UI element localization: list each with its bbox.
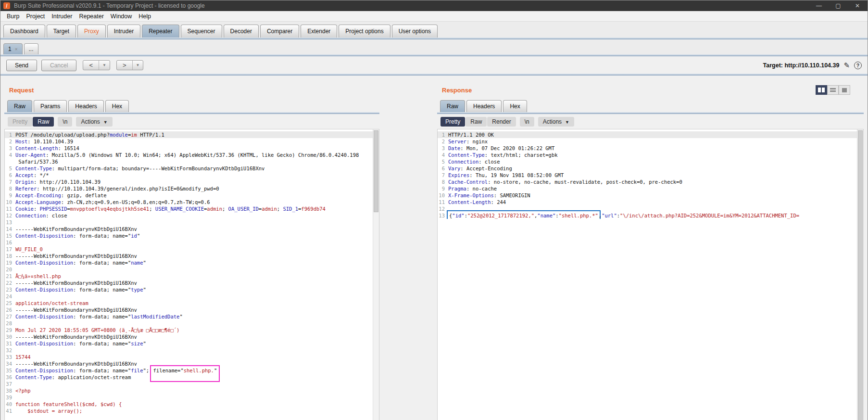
help-question-icon[interactable]: ? [854, 62, 862, 69]
code-line: 39 [5, 394, 373, 401]
request-editor[interactable]: 1POST /module/upload/upload.php?module=i… [4, 129, 379, 420]
code-line: 28 [5, 320, 373, 327]
main-tab-repeater[interactable]: Repeater [142, 25, 179, 38]
response-tab-hex[interactable]: Hex [503, 100, 527, 112]
main-tab-decoder[interactable]: Decoder [224, 25, 259, 38]
response-editor-tabs: RawHeadersHex [437, 99, 864, 112]
code-line: 41 $stdout = array(); [5, 407, 373, 414]
response-pretty-button[interactable]: Pretty [440, 117, 465, 127]
code-line: 24 [5, 293, 373, 300]
menu-project[interactable]: Project [23, 12, 48, 21]
code-line: 35Content-Disposition: form-data; name="… [5, 367, 373, 374]
response-editor[interactable]: 1HTTP/1.1 200 OK2Server: nginx3Date: Mon… [437, 129, 864, 420]
code-line: Safari/537.36 [5, 158, 373, 165]
request-tab-raw[interactable]: Raw [7, 100, 32, 112]
line-number: 20 [5, 266, 15, 273]
edit-target-pencil-icon[interactable]: ✎ [843, 61, 850, 70]
request-view-bar: PrettyRaw\nActions▼ [4, 114, 379, 129]
line-number: 17 [5, 246, 15, 253]
code-line: 15Content-Disposition: form-data; name="… [5, 232, 373, 239]
line-number: 36 [5, 374, 15, 381]
menu-help[interactable]: Help [135, 12, 154, 21]
response-render-button[interactable]: Render [487, 117, 516, 127]
main-tab-project-options[interactable]: Project options [339, 25, 390, 38]
code-line: 38<?php [5, 387, 373, 394]
menu-repeater[interactable]: Repeater [75, 12, 107, 21]
repeater-tab-1[interactable]: 1× [3, 43, 23, 54]
code-line: 25application/octet-stream [5, 300, 373, 306]
request-tab-params[interactable]: Params [34, 100, 67, 112]
code-line: 1POST /module/upload/upload.php?module=i… [5, 131, 373, 138]
request-tab-headers[interactable]: Headers [68, 100, 103, 112]
close-button[interactable]: ✕ [854, 2, 861, 9]
response-scrollbar[interactable] [857, 129, 863, 420]
line-number: 29 [5, 327, 15, 333]
main-tab-target[interactable]: Target [47, 25, 76, 38]
code-line: 13 [5, 219, 373, 226]
code-line: 16 [5, 239, 373, 246]
code-line: 17WU_FILE_0 [5, 246, 373, 253]
code-line: 7Origin: http://10.110.104.39 [5, 178, 373, 185]
next-request-button[interactable]: > ▼ [116, 60, 144, 70]
line-number: 8 [438, 178, 448, 185]
line-number: 32 [5, 347, 15, 354]
code-line: 2Server: nginx [438, 138, 857, 145]
burp-logo-icon: / [3, 2, 10, 9]
maximize-button[interactable]: ▢ [835, 2, 842, 9]
main-tab-intruder[interactable]: Intruder [107, 25, 140, 38]
code-line: 31Content-Disposition: form-data; name="… [5, 340, 373, 347]
minimize-button[interactable]: — [816, 2, 822, 9]
line-number: 34 [5, 360, 15, 367]
line-number: 5 [5, 165, 15, 172]
layout-single-button[interactable] [839, 85, 850, 95]
layout-rows-button[interactable] [827, 85, 839, 95]
response-actions-button[interactable]: Actions▼ [538, 117, 574, 127]
menu-window[interactable]: Window [107, 12, 135, 21]
request-scrollbar[interactable] [373, 129, 379, 420]
line-number: 10 [5, 199, 15, 205]
layout-columns-button[interactable] [816, 85, 827, 95]
prev-request-button[interactable]: < ▼ [83, 60, 110, 70]
response-raw-button[interactable]: Raw [465, 117, 487, 127]
response-code: 1HTTP/1.1 200 OK2Server: nginx3Date: Mon… [438, 131, 857, 219]
code-line: 5Content-Type: multipart/form-data; boun… [5, 165, 373, 172]
main-tab-sequencer[interactable]: Sequencer [181, 25, 222, 38]
response-tab-headers[interactable]: Headers [466, 100, 502, 112]
tab-close-icon[interactable]: × [15, 47, 18, 52]
request-tab-hex[interactable]: Hex [105, 100, 129, 112]
repeater-tab-[interactable]: ... [24, 43, 38, 54]
code-line: 1HTTP/1.1 200 OK [438, 131, 857, 138]
request-raw-button[interactable]: Raw [33, 117, 54, 127]
code-line: 30------WebKitFormBoundarynvKDtbDgiU16BX… [5, 333, 373, 340]
cancel-button[interactable]: Cancel [41, 60, 76, 71]
line-number: 15 [5, 232, 15, 239]
line-number: 31 [5, 340, 15, 347]
code-line: 10X-Frame-Options: SAMEORIGIN [438, 192, 857, 199]
menu-intruder[interactable]: Intruder [48, 12, 75, 21]
send-button[interactable]: Send [6, 60, 37, 71]
main-tab-user-options[interactable]: User options [392, 25, 438, 38]
request-newline-button[interactable]: \n [58, 117, 72, 127]
request-actions-button[interactable]: Actions▼ [76, 117, 112, 127]
response-scrollbar-thumb[interactable] [858, 130, 863, 420]
code-line: 12Connection: close [5, 212, 373, 219]
line-number: 26 [5, 306, 15, 313]
request-scrollbar-thumb[interactable] [374, 130, 378, 212]
main-tab-comparer[interactable]: Comparer [260, 25, 299, 38]
target-box: Target: http://10.110.104.39 ✎ ? [763, 61, 862, 70]
line-number: 39 [5, 394, 15, 401]
main-tab-extender[interactable]: Extender [301, 25, 337, 38]
prev-dropdown-icon[interactable]: ▼ [99, 61, 110, 70]
line-number: 13 [5, 219, 15, 226]
main-tab-dashboard[interactable]: Dashboard [3, 25, 45, 38]
request-pretty-button[interactable]: Pretty [8, 117, 32, 127]
response-panel: Response RawHeadersHex PrettyRawRender\n… [437, 76, 864, 420]
main-tab-proxy[interactable]: Proxy [77, 25, 106, 38]
menu-burp[interactable]: Burp [3, 12, 23, 21]
code-line: 2Host: 10.110.104.39 [5, 138, 373, 145]
code-line: 6Accept: */* [5, 172, 373, 178]
code-line: 29Mon Jul 27 2020 18:55:05 GMT+0800 (ä¸-… [5, 327, 373, 333]
response-tab-raw[interactable]: Raw [440, 100, 465, 112]
response-newline-button[interactable]: \n [520, 117, 534, 127]
next-dropdown-icon[interactable]: ▼ [132, 61, 143, 70]
